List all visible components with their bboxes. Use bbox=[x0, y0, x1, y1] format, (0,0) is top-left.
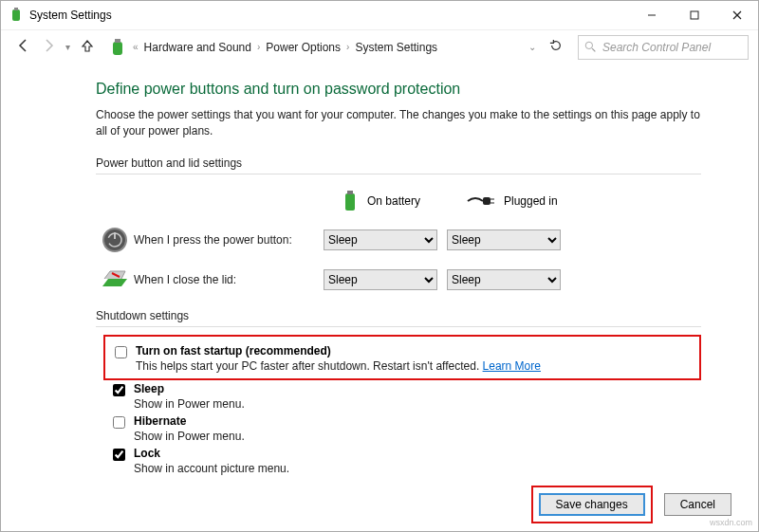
chevron-right-icon: › bbox=[257, 42, 260, 52]
window-controls bbox=[630, 1, 758, 29]
fast-startup-label: Turn on fast startup (recommended) bbox=[136, 344, 541, 358]
page-description: Choose the power settings that you want … bbox=[96, 107, 701, 139]
power-columns-header: On battery Plugged in bbox=[96, 182, 701, 220]
back-button[interactable] bbox=[16, 38, 31, 57]
sleep-desc: Show in Power menu. bbox=[134, 397, 245, 411]
save-button[interactable]: Save changes bbox=[539, 493, 645, 516]
search-placeholder: Search Control Panel bbox=[602, 41, 711, 54]
lid-plugged-select[interactable]: Sleep bbox=[447, 269, 561, 290]
save-highlight: Save changes bbox=[531, 486, 653, 523]
page-heading: Define power buttons and turn on passwor… bbox=[96, 81, 701, 98]
lid-label: When I close the lid: bbox=[134, 273, 324, 286]
power-button-plugged-select[interactable]: Sleep bbox=[447, 229, 561, 250]
minimize-button[interactable] bbox=[630, 1, 673, 29]
svg-line-9 bbox=[592, 48, 595, 51]
svg-rect-7 bbox=[115, 39, 120, 43]
svg-rect-3 bbox=[691, 11, 698, 19]
plug-icon bbox=[466, 193, 494, 209]
svg-point-8 bbox=[585, 42, 592, 48]
sleep-checkbox[interactable] bbox=[113, 384, 125, 396]
lock-desc: Show in account picture menu. bbox=[134, 462, 289, 475]
titlebar: System Settings bbox=[1, 1, 758, 29]
search-icon bbox=[584, 41, 597, 53]
refresh-button[interactable] bbox=[549, 39, 563, 55]
watermark: wsxdn.com bbox=[710, 518, 752, 527]
content-area: Define power buttons and turn on passwor… bbox=[1, 64, 758, 477]
power-button-label: When I press the power button: bbox=[134, 233, 324, 247]
battery-icon bbox=[342, 191, 358, 211]
close-button[interactable] bbox=[715, 1, 758, 29]
hibernate-label: Hibernate bbox=[134, 414, 245, 428]
lock-checkbox[interactable] bbox=[113, 449, 125, 461]
hibernate-checkbox[interactable] bbox=[113, 416, 125, 429]
plugged-in-label: Plugged in bbox=[504, 194, 558, 208]
breadcrumb-dropdown-button[interactable]: ⌄ bbox=[528, 42, 536, 52]
lid-battery-select[interactable]: Sleep bbox=[324, 269, 437, 290]
svg-rect-10 bbox=[345, 193, 355, 211]
power-button-battery-select[interactable]: Sleep bbox=[324, 229, 437, 250]
svg-rect-6 bbox=[113, 42, 122, 55]
cancel-button[interactable]: Cancel bbox=[664, 493, 731, 516]
svg-rect-1 bbox=[14, 8, 18, 10]
hibernate-desc: Show in Power menu. bbox=[134, 430, 245, 443]
recent-locations-button[interactable]: ▾ bbox=[65, 42, 70, 52]
lid-row: When I close the lid: Sleep Sleep bbox=[96, 260, 701, 300]
power-button-row: When I press the power button: Sleep Sle… bbox=[96, 220, 701, 260]
power-button-icon bbox=[102, 227, 128, 253]
navbar: ▾ « Hardware and Sound › Power Options ›… bbox=[1, 29, 758, 64]
svg-rect-0 bbox=[12, 9, 20, 21]
sleep-label: Sleep bbox=[134, 382, 245, 395]
breadcrumb-sep-icon: « bbox=[133, 42, 139, 52]
breadcrumb[interactable]: « Hardware and Sound › Power Options › S… bbox=[104, 38, 568, 57]
search-input[interactable]: Search Control Panel bbox=[578, 35, 749, 60]
breadcrumb-item[interactable]: Hardware and Sound bbox=[144, 41, 251, 54]
fast-startup-checkbox[interactable] bbox=[115, 346, 127, 358]
learn-more-link[interactable]: Learn More bbox=[483, 359, 541, 373]
svg-rect-11 bbox=[347, 191, 353, 194]
maximize-button[interactable] bbox=[673, 1, 715, 29]
fast-startup-highlight: Turn on fast startup (recommended) This … bbox=[103, 335, 701, 380]
forward-button[interactable] bbox=[41, 38, 56, 57]
footer: Save changes Cancel bbox=[531, 486, 731, 523]
lock-label: Lock bbox=[134, 447, 289, 460]
control-panel-icon bbox=[108, 38, 127, 57]
breadcrumb-item[interactable]: System Settings bbox=[355, 41, 437, 54]
chevron-right-icon: › bbox=[346, 42, 349, 52]
svg-rect-12 bbox=[483, 197, 491, 205]
on-battery-label: On battery bbox=[367, 194, 420, 208]
window-title: System Settings bbox=[29, 9, 630, 22]
window: { "titlebar": { "title": "System Setting… bbox=[0, 0, 759, 532]
shutdown-section-title: Shutdown settings bbox=[96, 305, 701, 327]
up-button[interactable] bbox=[80, 38, 95, 57]
fast-startup-desc: This helps start your PC faster after sh… bbox=[136, 359, 483, 373]
lid-icon bbox=[101, 269, 129, 290]
power-options-icon bbox=[9, 8, 24, 23]
power-button-section-title: Power button and lid settings bbox=[96, 153, 701, 174]
breadcrumb-item[interactable]: Power Options bbox=[266, 41, 341, 54]
